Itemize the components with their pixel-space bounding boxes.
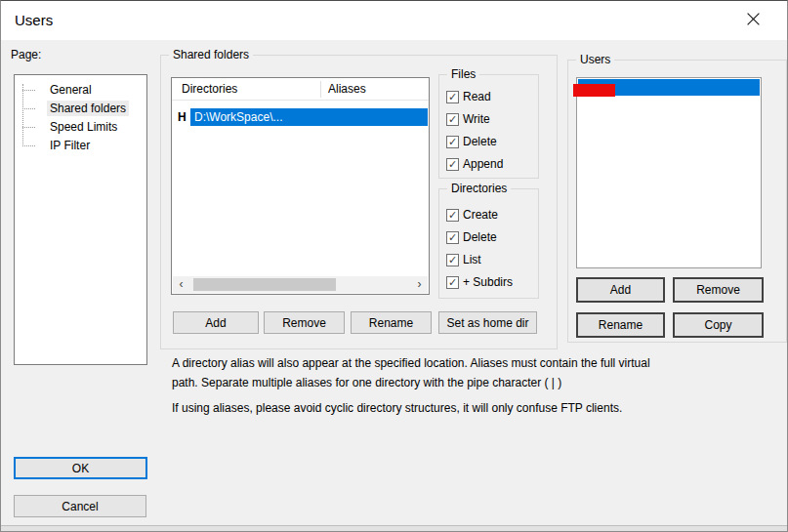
checkbox-checked-icon: ✓: [446, 254, 459, 266]
users-group: Users Add Remove Rename Copy: [567, 60, 787, 343]
users-group-label: Users: [576, 53, 614, 67]
column-aliases[interactable]: Aliases: [328, 78, 366, 101]
column-directories[interactable]: Directories: [182, 78, 237, 101]
title-bar: Users: [1, 1, 787, 40]
chevron-left-icon[interactable]: ‹: [173, 276, 189, 293]
checkbox-checked-icon: ✓: [446, 209, 459, 222]
close-icon: [746, 12, 761, 29]
directory-row[interactable]: H D:\WorkSpace\...: [172, 108, 429, 126]
horizontal-scrollbar[interactable]: ‹ ›: [173, 276, 428, 293]
alias-note: A directory alias will also appear at th…: [172, 353, 733, 392]
user-copy-button[interactable]: Copy: [673, 312, 764, 338]
window-bottom-edge: [1, 525, 787, 532]
checkbox-checked-icon: ✓: [446, 113, 459, 126]
checkbox-checked-icon: ✓: [446, 158, 459, 171]
checkbox-files-append[interactable]: ✓ Append: [446, 156, 503, 172]
directory-cell-selected[interactable]: D:\WorkSpace\...: [190, 108, 428, 126]
files-group-label: Files: [447, 67, 479, 82]
checkbox-files-read[interactable]: ✓ Read: [446, 89, 491, 104]
users-list[interactable]: [576, 77, 762, 268]
tree-item-general[interactable]: General: [15, 81, 146, 100]
home-dir-marker: H: [178, 108, 187, 126]
set-as-home-dir-button[interactable]: Set as home dir: [438, 311, 537, 334]
shared-folders-list[interactable]: Directories Aliases H D:\WorkSpace\... ‹…: [171, 77, 430, 295]
close-button[interactable]: [730, 1, 775, 40]
window-title: Users: [15, 1, 53, 40]
tree-item-shared-folders[interactable]: Shared folders: [15, 100, 146, 118]
notes-text: A directory alias will also appear at th…: [172, 353, 733, 418]
chevron-right-icon[interactable]: ›: [411, 276, 428, 293]
column-separator: [320, 81, 321, 98]
files-group: Files ✓ Read ✓ Write ✓ Delete ✓ Append: [438, 74, 539, 179]
checkbox-dirs-create[interactable]: ✓ Create: [446, 207, 498, 223]
checkbox-checked-icon: ✓: [446, 136, 459, 148]
cancel-button[interactable]: Cancel: [14, 495, 146, 517]
cyclic-note: If using aliases, please avoid cyclic di…: [172, 398, 733, 418]
users-dialog: Users Page: General Shared folders Speed…: [0, 0, 788, 532]
scrollbar-thumb[interactable]: [193, 278, 336, 291]
shared-folders-group-label: Shared folders: [169, 48, 253, 62]
directories-group-label: Directories: [447, 182, 511, 196]
tree-item-speed-limits[interactable]: Speed Limits: [15, 118, 146, 137]
folder-remove-button[interactable]: Remove: [264, 311, 345, 334]
list-header: Directories Aliases: [172, 78, 429, 101]
checkbox-files-write[interactable]: ✓ Write: [446, 111, 490, 127]
page-tree: General Shared folders Speed Limits IP F…: [14, 74, 147, 365]
redacted-username: [573, 84, 615, 97]
user-rename-button[interactable]: Rename: [576, 312, 665, 338]
checkbox-dirs-delete[interactable]: ✓ Delete: [446, 229, 497, 245]
checkbox-checked-icon: ✓: [446, 231, 459, 244]
checkbox-checked-icon: ✓: [446, 91, 459, 103]
user-remove-button[interactable]: Remove: [673, 277, 764, 303]
ok-button[interactable]: OK: [14, 457, 147, 479]
page-label: Page:: [11, 48, 41, 61]
folder-add-button[interactable]: Add: [173, 311, 259, 334]
tree-item-ip-filter[interactable]: IP Filter: [15, 137, 146, 155]
checkbox-dirs-list[interactable]: ✓ List: [446, 252, 481, 267]
checkbox-checked-icon: ✓: [446, 276, 459, 289]
checkbox-dirs-subdirs[interactable]: ✓ + Subdirs: [446, 274, 513, 290]
user-add-button[interactable]: Add: [576, 277, 665, 303]
directories-group: Directories ✓ Create ✓ Delete ✓ List ✓ +…: [438, 188, 539, 299]
checkbox-files-delete[interactable]: ✓ Delete: [446, 134, 497, 149]
folder-rename-button[interactable]: Rename: [351, 311, 432, 334]
